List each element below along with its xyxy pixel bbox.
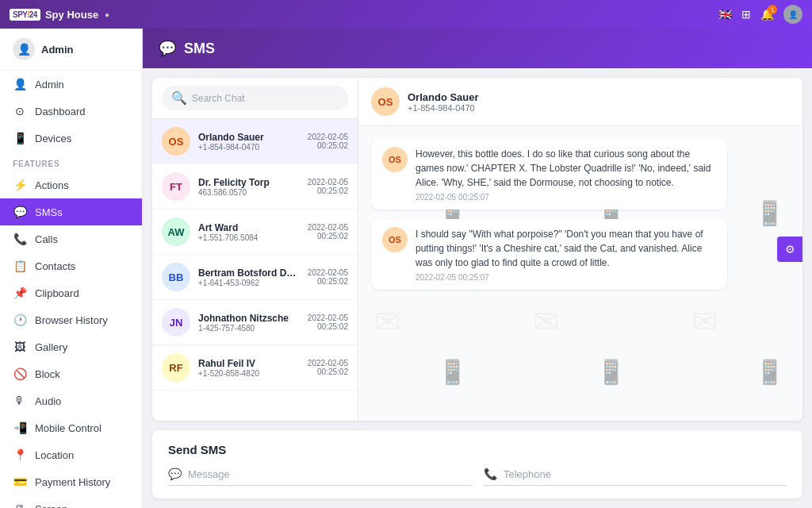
chat-meta-art: 2022-02-05 00:25:02 [308,223,348,241]
chat-item-johnathon[interactable]: JN Johnathon Nitzsche 1-425-757-4580 202… [152,300,358,345]
chat-phone-bertram: +1-641-453-0962 [198,279,300,287]
chat-item-bertram[interactable]: BB Bertram Botsford DDS +1-641-453-0962 … [152,255,358,300]
chat-avatar-art: AW [162,217,190,246]
chat-avatar-felicity: FT [162,172,190,201]
search-input[interactable] [192,93,339,104]
sidebar-item-browser-history[interactable]: 🕐 Browser History [0,306,142,333]
chat-name-rahul: Rahul Feil IV [198,358,300,369]
sms-header-icon: 💬 [159,40,176,57]
sidebar-item-dashboard[interactable]: ⊙ Dashboard [0,98,142,125]
msg-content-2: I should say "With what porpoise?" 'Don'… [416,227,716,282]
search-input-wrap: 🔍 [162,86,348,110]
sidebar-item-gallery[interactable]: 🖼 Gallery [0,333,142,360]
chat-info-art: Art Ward +1.551.706.5084 [198,222,300,242]
admin-icon: 👤 [13,78,27,90]
notif-badge: 1 [768,5,777,14]
detail-name: Orlando Sauer [408,91,479,103]
chat-item-orlando[interactable]: OS Orlando Sauer +1-854-984-0470 2022-02… [152,119,358,164]
sidebar-item-block[interactable]: 🚫 Block [0,360,142,387]
search-icon: 🔍 [171,90,187,106]
sidebar-item-admin[interactable]: 👤 Admin [0,71,142,98]
features-label: FEATURES [0,152,142,171]
sidebar-item-audio[interactable]: 🎙 Audio [0,387,142,414]
chat-messages: OS However, this bottle does. I do so li… [358,126,802,421]
page-title: SMS [184,40,215,57]
sidebar-item-contacts[interactable]: 📋 Contacts [0,252,142,279]
chat-info-bertram: Bertram Botsford DDS +1-641-453-0962 [198,267,300,287]
audio-icon: 🎙 [13,394,27,407]
chat-time-art: 00:25:02 [308,232,348,241]
location-icon: 📍 [13,448,27,461]
sidebar-item-clipboard[interactable]: 📌 Clipboard [0,279,142,306]
block-icon: 🚫 [13,368,27,380]
sidebar-label-clipboard: Clipboard [35,287,79,299]
telephone-input[interactable] [504,468,787,480]
chat-meta-johnathon: 2022-02-05 00:25:02 [308,314,348,331]
chat-item-rahul[interactable]: RF Rahul Feil IV +1-520-858-4820 2022-02… [152,345,358,391]
actions-icon: ⚡ [13,179,27,191]
sidebar-item-payment-history[interactable]: 💳 Payment History [0,468,142,495]
chat-time-rahul: 00:25:02 [308,368,348,376]
settings-fab[interactable]: ⚙ [777,237,802,262]
sidebar-label-location: Location [35,449,74,461]
chat-phone-rahul: +1-520-858-4820 [198,369,300,378]
chat-name-art: Art Ward [198,222,300,233]
content-area: 💬 SMS 🔍 OS Orlando Sauer [143,29,812,508]
sidebar-item-calls[interactable]: 📞 Calls [0,225,142,252]
dashboard-icon: ⊙ [13,105,27,117]
browser-history-icon: 🕐 [13,314,27,326]
sidebar-username: Admin [41,44,73,56]
chat-list: OS Orlando Sauer +1-854-984-0470 2022-02… [152,119,358,421]
main-layout: 👤 Admin 👤 Admin ⊙ Dashboard 📱 Devices FE… [0,29,812,508]
chat-date-orlando: 2022-02-05 [308,133,348,141]
chat-info-rahul: Rahul Feil IV +1-520-858-4820 [198,358,300,378]
mobile-control-icon: 📲 [13,421,27,434]
gallery-icon: 🖼 [13,341,27,353]
sidebar-item-actions[interactable]: ⚡ Actions [0,171,142,198]
msg-text-1: However, this bottle does. I do so like … [416,147,716,190]
chat-detail-header: OS Orlando Sauer +1-854-984-0470 [358,78,802,126]
message-bubble-1: OS However, this bottle does. I do so li… [371,139,727,210]
chat-name-felicity: Dr. Felicity Torp [198,177,300,188]
chat-phone-orlando: +1-854-984-0470 [198,143,300,152]
chat-meta-orlando: 2022-02-05 00:25:02 [308,133,348,150]
msg-text-2: I should say "With what porpoise?" 'Don'… [416,227,716,270]
sidebar-item-devices[interactable]: 📱 Devices [0,125,142,152]
chat-date-johnathon: 2022-02-05 [308,314,348,322]
chat-detail-panel: OS Orlando Sauer +1-854-984-0470 OS Howe… [358,78,802,421]
logo: SPY/24 Spy House ● [10,9,109,21]
sidebar-item-screen[interactable]: 🖥 Screen [0,495,142,508]
chat-item-felicity[interactable]: FT Dr. Felicity Torp 463.586.0570 2022-0… [152,164,358,210]
sidebar-user: 👤 Admin [0,29,142,71]
detail-phone: +1-854-984-0470 [408,103,479,113]
chat-info-orlando: Orlando Sauer +1-854-984-0470 [198,132,300,152]
grid-icon[interactable]: ⊞ [741,8,751,21]
sidebar-item-location[interactable]: 📍 Location [0,441,142,468]
chat-meta-rahul: 2022-02-05 00:25:02 [308,359,348,376]
msg-time-1: 2022-02-05 00:25:07 [416,193,716,202]
sidebar-item-mobile-control[interactable]: 📲 Mobile Control [0,414,142,441]
chat-avatar-bertram: BB [162,263,190,291]
send-sms-title: Send SMS [168,443,787,456]
sidebar-item-smss[interactable]: 💬 SMSs [0,198,142,225]
msg-time-2: 2022-02-05 00:25:07 [416,273,716,282]
chat-avatar-rahul: RF [162,353,190,382]
chat-time-orlando: 00:25:02 [308,141,348,150]
topbar-dot: ● [105,10,109,19]
user-icon: 👤 [13,38,35,60]
chat-info-johnathon: Johnathon Nitzsche 1-425-757-4580 [198,313,300,333]
devices-icon: 📱 [13,132,27,144]
notification-icon[interactable]: 🔔 1 [760,8,774,21]
chat-item-art[interactable]: AW Art Ward +1.551.706.5084 2022-02-05 0… [152,210,358,255]
detail-contact-info: Orlando Sauer +1-854-984-0470 [408,91,479,113]
sms-body: 🔍 OS Orlando Sauer +1-854-984-0470 2022-… [152,78,802,421]
user-avatar[interactable]: 👤 [783,5,802,24]
chat-meta-bertram: 2022-02-05 00:25:02 [308,268,348,286]
sidebar-label-payment-history: Payment History [35,476,110,488]
chat-date-art: 2022-02-05 [308,223,348,232]
detail-avatar: OS [371,87,400,116]
sidebar: 👤 Admin 👤 Admin ⊙ Dashboard 📱 Devices FE… [0,29,143,508]
language-icon[interactable]: 🇬🇧 [718,8,732,21]
message-input[interactable] [188,468,471,480]
logo-badge: SPY/24 [10,9,40,21]
